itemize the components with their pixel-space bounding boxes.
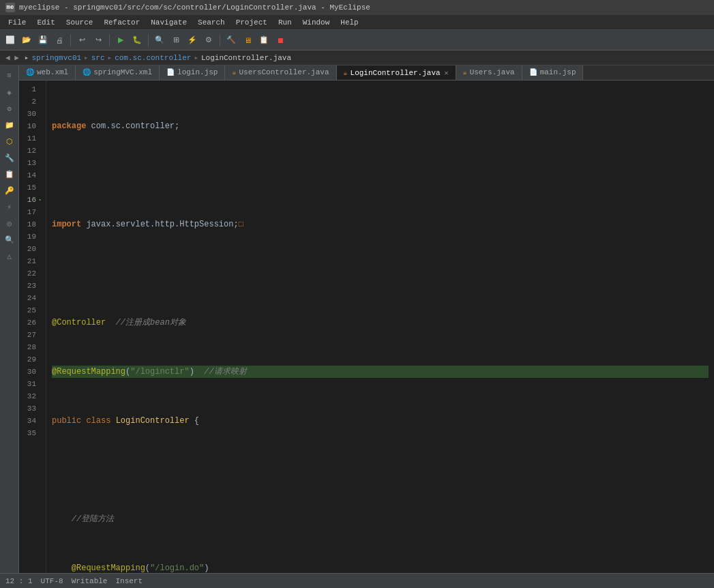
menu-help[interactable]: Help <box>335 17 363 28</box>
sidebar-icon-4[interactable]: ⬡ <box>2 134 17 149</box>
code-line-12: @RequestMapping("/loginctlr") //请求映射 <box>52 366 709 378</box>
ln-24: 24 <box>19 292 40 304</box>
menu-window[interactable]: Window <box>297 17 336 28</box>
title-text: myeclipse - springmvc01/src/com/sc/contr… <box>19 3 370 12</box>
status-writeable: Writable <box>72 577 108 585</box>
ln-13: 13 <box>19 157 40 169</box>
ln-35: 35 <box>19 427 40 439</box>
sidebar-icon-11[interactable]: △ <box>2 248 17 263</box>
toolbar-more1[interactable]: ⚙ <box>201 33 216 48</box>
breadcrumb-springmvc01[interactable]: springmvc01 <box>31 54 81 62</box>
editor-area: 🌐 web.xml 🌐 springMVC.xml 📄 login.jsp ☕ … <box>19 65 714 573</box>
toolbar-run[interactable]: ▶ <box>113 33 128 48</box>
toolbar-server[interactable]: 🖥 <box>240 33 255 48</box>
menu-bar: File Edit Source Refactor Navigate Searc… <box>0 15 714 30</box>
code-line-10 <box>52 267 709 280</box>
tab-users[interactable]: ☕ Users.java <box>456 65 522 80</box>
code-line-11: @Controller //注册成bean对象 <box>52 317 709 329</box>
sidebar-icon-0[interactable]: ≡ <box>2 68 17 83</box>
sep3 <box>148 34 149 46</box>
toolbar-search[interactable]: 🔍 <box>152 33 167 48</box>
code-line-13: public class LoginController { <box>52 415 709 427</box>
sidebar-icon-5[interactable]: 🔧 <box>2 150 17 165</box>
breadcrumb-nav-back[interactable]: ◀ ▶ <box>5 53 19 62</box>
menu-project[interactable]: Project <box>230 17 273 28</box>
toolbar-save[interactable]: 💾 <box>35 33 50 48</box>
line-numbers: 1 2 30 10 11 12 13 14 15 16 17 18 19 20 … <box>19 80 46 573</box>
ln-31: 31 <box>19 378 40 390</box>
tab-icon-webxml: 🌐 <box>26 68 34 76</box>
tab-label-userscontroller: UsersController.java <box>239 68 329 76</box>
ln-1: 1 <box>19 83 40 95</box>
sidebar-icon-9[interactable]: ◎ <box>2 216 17 231</box>
code-editor[interactable]: 1 2 30 10 11 12 13 14 15 16 17 18 19 20 … <box>19 80 714 573</box>
sidebar-icon-10[interactable]: 🔍 <box>2 232 17 247</box>
menu-search[interactable]: Search <box>192 17 230 28</box>
ln-22: 22 <box>19 267 40 280</box>
tab-close-logincontroller[interactable]: ✕ <box>445 69 449 77</box>
sidebar-icon-7[interactable]: 🔑 <box>2 183 17 198</box>
ln-20: 20 <box>19 243 40 255</box>
breadcrumb-file[interactable]: LoginController.java <box>201 54 291 62</box>
ln-28: 28 <box>19 341 40 353</box>
sidebar-icon-8[interactable]: ⚡ <box>2 199 17 214</box>
code-line-15: //登陆方法 <box>52 513 709 525</box>
tab-userscontroller[interactable]: ☕ UsersController.java <box>225 65 336 80</box>
tab-webxml[interactable]: 🌐 web.xml <box>19 65 76 80</box>
toolbar-sync[interactable]: ⚡ <box>185 33 200 48</box>
sep4 <box>220 34 220 46</box>
sidebar-icon-2[interactable]: ⚙ <box>2 101 17 116</box>
ln-23: 23 <box>19 280 40 292</box>
menu-run[interactable]: Run <box>273 17 297 28</box>
menu-edit[interactable]: Edit <box>31 17 60 28</box>
ln-19: 19 <box>19 231 40 243</box>
code-content[interactable]: package com.sc.controller; import javax.… <box>46 80 714 573</box>
left-sidebar: ≡ ◈ ⚙ 📁 ⬡ 🔧 📋 🔑 ⚡ ◎ 🔍 △ <box>0 65 19 573</box>
sidebar-icon-3[interactable]: 📁 <box>2 117 17 132</box>
toolbar-undo[interactable]: ↩ <box>74 33 89 48</box>
toolbar-redo[interactable]: ↪ <box>91 33 106 48</box>
toolbar-debug[interactable]: 🐛 <box>130 33 145 48</box>
code-line-1: package com.sc.controller; <box>52 120 709 132</box>
toolbar-stop[interactable]: ⏹ <box>273 33 288 48</box>
tab-mainjsp[interactable]: 📄 main.jsp <box>522 65 584 80</box>
breadcrumb-bar: ◀ ▶ ▸ springmvc01 ▸ src ▸ com.sc.control… <box>0 50 714 65</box>
ln-32: 32 <box>19 390 40 402</box>
sidebar-icon-1[interactable]: ◈ <box>2 85 17 100</box>
tab-label-loginjsp: login.jsp <box>177 68 218 76</box>
tab-icon-mainjsp: 📄 <box>529 68 537 76</box>
tab-loginjsp[interactable]: 📄 login.jsp <box>160 65 225 80</box>
tab-icon-loginjsp: 📄 <box>166 68 175 76</box>
ln-15: 15 <box>19 181 40 194</box>
tab-label-springmvcxml: springMVC.xml <box>93 68 152 76</box>
code-line-16: @RequestMapping("/login.do") <box>52 562 709 573</box>
breadcrumb-package[interactable]: com.sc.controller <box>115 54 191 62</box>
menu-refactor[interactable]: Refactor <box>98 17 145 28</box>
ln-14: 14 <box>19 169 40 181</box>
status-encoding: UTF-8 <box>41 577 63 585</box>
menu-navigate[interactable]: Navigate <box>145 17 192 28</box>
menu-file[interactable]: File <box>3 17 31 28</box>
tab-label-webxml: web.xml <box>37 68 68 76</box>
tab-logincontroller[interactable]: ☕ LoginController.java ✕ <box>337 65 456 80</box>
toolbar-new[interactable]: ⬜ <box>3 33 18 48</box>
breadcrumb-sep1: ▸ <box>84 53 89 62</box>
toolbar-more2[interactable]: 📋 <box>256 33 271 48</box>
ln-29: 29 <box>19 353 40 366</box>
ln-12: 12 <box>19 145 40 157</box>
toolbar-open[interactable]: 📂 <box>19 33 34 48</box>
toolbar-print[interactable]: 🖨 <box>52 33 67 48</box>
ln-21: 21 <box>19 255 40 267</box>
toolbar-build[interactable]: 🔨 <box>224 33 239 48</box>
tab-label-mainjsp: main.jsp <box>540 68 576 76</box>
status-bar: 12 : 1 UTF-8 Writable Insert <box>0 573 714 588</box>
breadcrumb-src[interactable]: src <box>91 54 105 62</box>
sep1 <box>70 34 71 46</box>
ln-27: 27 <box>19 329 40 341</box>
sidebar-icon-6[interactable]: 📋 <box>2 166 17 181</box>
breadcrumb-sep2: ▸ <box>108 53 113 62</box>
tab-springmvcxml[interactable]: 🌐 springMVC.xml <box>76 65 160 80</box>
title-bar: me myeclipse - springmvc01/src/com/sc/co… <box>0 0 714 15</box>
toolbar-perspective[interactable]: ⊞ <box>168 33 183 48</box>
menu-source[interactable]: Source <box>61 17 99 28</box>
